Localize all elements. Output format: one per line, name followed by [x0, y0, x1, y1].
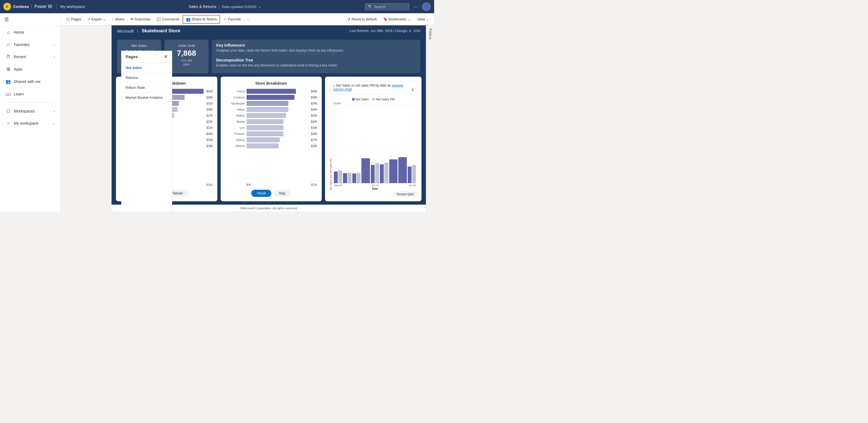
share-to-teams-button[interactable]: 👥 Share to Teams	[183, 15, 220, 24]
footer-text: ©Microsoft Corporation. All rights reser…	[240, 206, 298, 210]
net-sales-bar	[389, 159, 398, 183]
hamburger-icon: ☰	[4, 17, 9, 22]
pages-panel: Pages ✕ Net Sales Returns Return Rate Ma…	[121, 51, 172, 212]
content-wrapper: Pages ✕ Net Sales Returns Return Rate Ma…	[61, 25, 434, 212]
subscribe-button[interactable]: ✉ Subscribe	[128, 16, 153, 23]
restart-qa-section: Restart Q&A	[330, 191, 417, 197]
net-sales-pm-bar	[412, 165, 416, 183]
bar-container	[247, 89, 308, 94]
info-icon: ℹ	[412, 87, 413, 92]
share-button[interactable]: ↑ Share	[109, 16, 127, 23]
workspace-label[interactable]: My workspace	[60, 4, 85, 9]
qa-section: □ Net Sales vs net sales PM by date as s…	[330, 81, 417, 94]
page-net-sales[interactable]: Net Sales	[121, 63, 172, 73]
bar-container	[247, 95, 308, 100]
page-return-rate[interactable]: Return Rate	[121, 83, 172, 93]
x-axis: May 05 Jun 02 Jun 30	[333, 184, 417, 187]
reset-label: Reset to default	[351, 17, 377, 21]
search-box[interactable]: 🔍 Search	[365, 3, 409, 10]
filters-label: Filters	[428, 29, 432, 40]
sidebar-item-apps[interactable]: ⊞ Apps	[1, 63, 59, 75]
restart-qa-button[interactable]: Restart Q&A	[393, 191, 417, 197]
x-may05: May 05	[334, 184, 342, 187]
bar-container	[247, 125, 308, 130]
brand-section[interactable]: C Contoso | Power BI	[3, 3, 57, 10]
net-sales-bar	[362, 158, 370, 183]
bar-label: Natura	[225, 144, 245, 147]
chevron-right-icon: ›	[54, 43, 55, 46]
key-influencers-title: Key Influencers	[216, 43, 416, 48]
sidebar-toggle[interactable]: ☰	[0, 13, 60, 26]
page-returns[interactable]: Returns	[121, 73, 172, 83]
bar-value: $23K	[206, 120, 213, 123]
sidebar-item-learn[interactable]: 📖 Learn	[1, 88, 59, 100]
toolbar-more-button[interactable]: ···	[244, 16, 253, 23]
store-map-btn[interactable]: Map	[274, 190, 291, 197]
bar-label: Fama	[225, 90, 245, 93]
workspaces-icon: ⬡	[5, 108, 11, 114]
chevron-right-icon2: ›	[54, 55, 55, 58]
key-influencers-desc: Analyzes your data, ranks the factors th…	[216, 49, 416, 52]
share-label: Share	[115, 17, 125, 21]
favorite-button[interactable]: ☆ Favorite	[221, 16, 244, 23]
store-visual-btn[interactable]: Visual	[251, 190, 271, 197]
bar-container	[247, 131, 308, 136]
right-panel: ⬜ Pages ↗ Export ⌄ ↑ Share ✉ Subscribe 💬…	[61, 13, 434, 212]
cat-axis-end: $50K	[206, 184, 213, 187]
sidebar-label-favorites: Favorites	[14, 43, 30, 47]
bar-fill	[247, 101, 288, 106]
sidebar-item-workspaces[interactable]: ⬡ Workspaces ›	[1, 105, 59, 117]
favorite-label: Favorite	[228, 17, 241, 21]
sidebar-item-favorites[interactable]: ☆ Favorites ›	[1, 38, 59, 51]
gridline-mid	[333, 144, 417, 144]
pages-panel-title: Pages	[126, 54, 138, 59]
export-button[interactable]: ↗ Export ⌄	[85, 16, 109, 23]
recent-icon: ⏱	[5, 54, 11, 59]
bar-fill	[247, 137, 280, 142]
bar-container	[247, 143, 308, 148]
sidebar-item-myworkspace[interactable]: ○ My workspace ⌄	[1, 117, 59, 129]
column-group	[408, 150, 416, 183]
column-bars-area	[333, 105, 417, 184]
sidebar-item-home[interactable]: ⌂ Home	[1, 26, 59, 38]
more-options-button[interactable]: ···	[412, 4, 419, 10]
qa-link[interactable]: stacked column chart	[333, 84, 403, 91]
bookmarks-button[interactable]: 🔖 Bookmarks ⌄	[380, 16, 413, 23]
filters-panel[interactable]: Filters	[426, 25, 434, 212]
comments-button[interactable]: 💬 Comments	[154, 16, 182, 23]
view-button[interactable]: View ⌄	[414, 16, 432, 23]
y-axis-label: Net Sales and Net Sales PM	[330, 102, 332, 190]
pages-button[interactable]: ⬜ Pages	[63, 16, 84, 23]
key-influencers-section[interactable]: Key Influencers Analyzes your data, rank…	[216, 43, 416, 55]
net-sales-bar	[334, 171, 338, 183]
kpi-units-label: Units Sold	[171, 44, 202, 48]
data-updated-chevron[interactable]: ⌄	[258, 5, 261, 8]
net-sales-bar	[408, 167, 411, 183]
list-item: Pomum $30K	[225, 131, 318, 136]
store-chart-body: Fama $40K Contoso $39K VanArsdel $34K Al…	[225, 89, 318, 187]
kpi-units-value: 7,868	[171, 49, 202, 58]
x-axis-label: Date	[333, 187, 417, 190]
reset-icon: ↺	[347, 17, 350, 21]
bar-label: Salvus	[225, 138, 245, 141]
view-chevron: ⌄	[426, 17, 429, 21]
user-avatar[interactable]: 👤	[422, 2, 431, 11]
chevron-down-icon: ⌄	[52, 122, 55, 125]
bar-value: $19K	[206, 138, 213, 141]
report-brand: Microsoft	[117, 29, 134, 33]
data-updated: Data updated 5/28/20	[222, 5, 256, 9]
export-icon: ↗	[87, 17, 90, 21]
net-sales-pm-bar	[348, 173, 351, 183]
report-name: Sales & Returns	[189, 4, 217, 9]
pages-close-button[interactable]: ✕	[164, 54, 167, 59]
teams-icon: 👥	[186, 17, 191, 22]
bar-fill	[247, 131, 283, 136]
reset-button[interactable]: ↺ Reset to default	[345, 16, 379, 23]
pages-label: Pages	[71, 17, 81, 21]
sidebar-item-recent[interactable]: ⏱ Recent ›	[1, 51, 59, 63]
sidebar-item-shared[interactable]: 👥 Shared with me	[1, 76, 59, 87]
decomp-tree-section[interactable]: Decomposition Tree Enables users to dril…	[216, 58, 416, 70]
page-market-basket[interactable]: Market Basket Analysis	[121, 93, 172, 103]
title-separator: |	[137, 28, 138, 33]
qa-title-text: □ Net Sales vs net sales PM by date as s…	[333, 84, 403, 91]
